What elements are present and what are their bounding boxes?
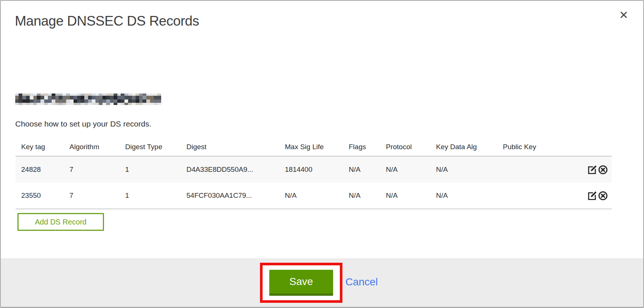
cell-max-sig-life: 1814400 bbox=[279, 157, 343, 183]
table-row: 2482871D4A33E8DD550A9...1814400N/AN/AN/A bbox=[16, 157, 612, 183]
header-cell: Algorithm bbox=[64, 143, 120, 156]
cell-digest-type: 1 bbox=[120, 183, 181, 209]
cell-key-tag: 24828 bbox=[16, 157, 64, 183]
cell-key-data-alg: N/A bbox=[430, 183, 497, 209]
add-ds-record-button[interactable]: Add DS Record bbox=[17, 213, 104, 231]
header-cell: Key Data Alg bbox=[430, 143, 497, 156]
redacted-domain-name bbox=[15, 94, 161, 105]
save-button[interactable]: Save bbox=[269, 270, 333, 296]
cell-key-data-alg: N/A bbox=[430, 157, 497, 183]
ds-records-table: Key tagAlgorithmDigest TypeDigestMax Sig… bbox=[16, 134, 612, 209]
cell-digest: D4A33E8DD550A9... bbox=[181, 157, 279, 183]
cell-protocol: N/A bbox=[380, 157, 430, 183]
row-actions bbox=[573, 183, 612, 209]
delete-record-icon[interactable] bbox=[598, 165, 608, 175]
instruction-text: Choose how to set up your DS records. bbox=[15, 119, 152, 128]
cell-algorithm: 7 bbox=[64, 157, 120, 183]
table-row: 235507154FCF030AA1C79...N/AN/AN/AN/A bbox=[16, 183, 612, 209]
header-cell: Digest Type bbox=[120, 143, 181, 156]
delete-record-icon[interactable] bbox=[598, 191, 608, 201]
cell-flags: N/A bbox=[343, 183, 380, 209]
highlight-rectangle: Save bbox=[260, 263, 342, 303]
header-cell: Digest bbox=[181, 143, 279, 156]
cell-max-sig-life: N/A bbox=[279, 183, 343, 209]
header-cell: Protocol bbox=[380, 143, 430, 156]
cell-flags: N/A bbox=[343, 157, 380, 183]
table-body: 2482871D4A33E8DD550A9...1814400N/AN/AN/A… bbox=[16, 157, 612, 209]
cell-digest-type: 1 bbox=[120, 157, 181, 183]
header-cell: Flags bbox=[343, 143, 380, 156]
cell-protocol: N/A bbox=[380, 183, 430, 209]
cell-public-key bbox=[497, 183, 573, 209]
table-header-row: Key tagAlgorithmDigest TypeDigestMax Sig… bbox=[16, 134, 612, 157]
edit-record-icon[interactable] bbox=[587, 191, 597, 201]
cancel-link[interactable]: Cancel bbox=[345, 276, 378, 288]
header-cell: Key tag bbox=[16, 143, 64, 156]
cell-digest: 54FCF030AA1C79... bbox=[181, 183, 279, 209]
edit-record-icon[interactable] bbox=[587, 165, 597, 175]
cell-key-tag: 23550 bbox=[16, 183, 64, 209]
header-cell: Public Key bbox=[497, 143, 573, 156]
page-title: Manage DNSSEC DS Records bbox=[15, 13, 199, 29]
cell-algorithm: 7 bbox=[64, 183, 120, 209]
row-actions bbox=[573, 157, 612, 183]
header-cell: Max Sig Life bbox=[279, 143, 343, 156]
dnssec-ds-records-dialog: Manage DNSSEC DS Records ✕ Choose how to… bbox=[0, 0, 644, 308]
cell-public-key bbox=[497, 157, 573, 183]
header-cell-actions bbox=[573, 151, 612, 156]
close-icon[interactable]: ✕ bbox=[619, 10, 628, 21]
modal-footer: Save Cancel bbox=[1, 258, 643, 307]
